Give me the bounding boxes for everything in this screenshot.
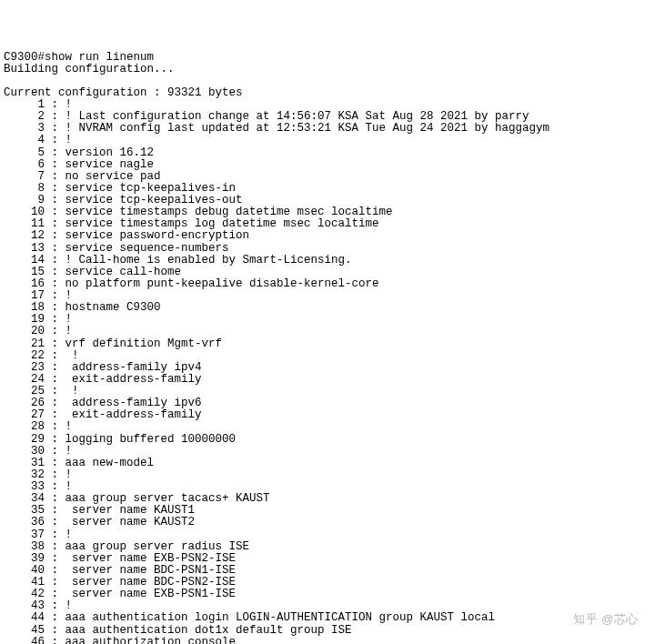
terminal-current-config-line: Current configuration : 93321 bytes: [4, 86, 243, 99]
terminal-output: C9300#show run linenum Building configur…: [4, 52, 651, 645]
terminal-prompt-line: C9300#show run linenum: [4, 51, 154, 64]
terminal-building-line: Building configuration...: [4, 63, 175, 75]
terminal-config-lines: 1 : ! 2 : ! Last configuration change at…: [4, 99, 651, 644]
